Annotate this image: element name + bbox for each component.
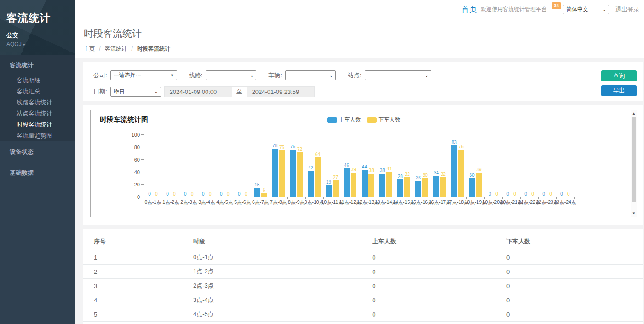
alighting-bar-13[interactable] bbox=[386, 172, 392, 197]
table-cell: 6 bbox=[83, 322, 190, 324]
bar-value-label: 38 bbox=[369, 168, 374, 173]
alighting-bar-10[interactable] bbox=[333, 180, 339, 197]
filter-row-1: 公司: ---请选择--- ▼ 线路: ⌄ 车辆: ⌄ 站点: bbox=[93, 70, 597, 80]
chart-legend: 上车人数下车人数 bbox=[327, 116, 401, 124]
bar-column: 0 bbox=[540, 191, 546, 197]
breadcrumb-section[interactable]: 客流统计 bbox=[105, 46, 127, 52]
boarding-bar-17[interactable] bbox=[451, 145, 457, 197]
table-cell: 0 bbox=[368, 250, 503, 265]
chart-title: 时段车流统计图 bbox=[100, 116, 148, 124]
bar-column: 32 bbox=[440, 172, 446, 197]
date-end-input[interactable]: 2024-01-09 23:59 bbox=[247, 86, 315, 97]
sidebar-subitem-1[interactable]: 客流汇总 bbox=[0, 86, 75, 97]
line-label: 线路: bbox=[189, 71, 203, 80]
y-axis-tick bbox=[141, 197, 144, 197]
y-axis-label: 100 bbox=[122, 132, 140, 138]
sidebar-subitem-3[interactable]: 站点客流统计 bbox=[0, 108, 75, 119]
alighting-bar-12[interactable] bbox=[368, 174, 374, 197]
bar-value-label: 0 bbox=[531, 191, 534, 197]
bar-value-label: 76 bbox=[290, 144, 295, 149]
y-axis-tick bbox=[141, 184, 144, 185]
sidebar-subitem-5[interactable]: 客流量趋势图 bbox=[0, 130, 75, 141]
bar-value-label: 0 bbox=[238, 191, 241, 197]
sidebar-subitem-4[interactable]: 时段客流统计 bbox=[0, 119, 75, 130]
alighting-bar-11[interactable] bbox=[351, 173, 356, 197]
boarding-bar-8[interactable] bbox=[290, 150, 296, 197]
boarding-bar-13[interactable] bbox=[380, 174, 385, 197]
boarding-bar-18[interactable] bbox=[469, 178, 475, 197]
legend-item-0[interactable]: 上车人数 bbox=[327, 116, 361, 124]
date-preset-select[interactable]: 昨日 ⌄ bbox=[110, 87, 161, 97]
language-select[interactable]: 简体中文 ⌄ bbox=[563, 5, 609, 14]
sidebar-item-passenger-stats[interactable]: 客流统计 bbox=[0, 55, 75, 75]
alighting-bar-17[interactable] bbox=[458, 150, 464, 197]
legend-item-1[interactable]: 下车人数 bbox=[367, 116, 401, 124]
boarding-bar-9[interactable] bbox=[308, 171, 314, 197]
bar-column: 0 bbox=[225, 191, 231, 197]
boarding-bar-16[interactable] bbox=[433, 176, 439, 197]
breadcrumb-separator: / bbox=[131, 46, 132, 52]
bar-value-label: 39 bbox=[351, 167, 356, 172]
chart-scrollbar[interactable]: ▲ ▼ bbox=[631, 110, 637, 217]
bar-value-label: 0 bbox=[227, 191, 230, 197]
table-body: 10点-1点0021点-2点0032点-3点0043点-4点0054点-5点00… bbox=[83, 250, 643, 324]
alighting-bar-15[interactable] bbox=[422, 178, 428, 197]
nav-section-passenger-stats: 客流统计 客流明细客流汇总线路客流统计站点客流统计时段客流统计客流量趋势图 bbox=[0, 55, 75, 141]
bar-column: 75 bbox=[279, 145, 285, 197]
scroll-down-icon[interactable]: ▼ bbox=[631, 211, 637, 215]
boarding-bar-10[interactable] bbox=[326, 185, 332, 197]
alighting-bar-14[interactable] bbox=[404, 177, 410, 197]
station-select[interactable]: ⌄ bbox=[365, 70, 431, 80]
boarding-bar-14[interactable] bbox=[397, 179, 403, 197]
x-axis-label: 23点-24点 bbox=[554, 199, 576, 206]
bar-column: 0 bbox=[200, 191, 206, 197]
alighting-bar-6[interactable] bbox=[261, 193, 267, 197]
table-cell: 5 bbox=[83, 307, 190, 322]
sidebar-subitem-2[interactable]: 线路客流统计 bbox=[0, 97, 75, 108]
query-button[interactable]: 查询 bbox=[601, 70, 637, 81]
bar-value-label: 41 bbox=[387, 166, 392, 171]
bar-value-label: 42 bbox=[308, 165, 313, 170]
x-axis-label: 4点-5点 bbox=[216, 199, 233, 206]
company-select[interactable]: ---请选择--- ▼ bbox=[110, 70, 177, 80]
sidebar-item-device-status[interactable]: 设备状态 bbox=[0, 141, 75, 162]
bar-group-10: 192710点-11点 bbox=[323, 135, 341, 197]
vehicle-select[interactable]: ⌄ bbox=[285, 70, 336, 80]
date-start-input[interactable]: 2024-01-09 00:00 bbox=[164, 86, 232, 97]
scroll-up-icon[interactable]: ▲ bbox=[631, 111, 637, 116]
boarding-bar-11[interactable] bbox=[344, 168, 350, 197]
sidebar-subitem-0[interactable]: 客流明细 bbox=[0, 75, 75, 86]
home-link[interactable]: 首页 bbox=[461, 4, 477, 15]
boarding-bar-15[interactable] bbox=[415, 181, 421, 197]
table-header-cell-2: 上车人数 bbox=[368, 233, 503, 250]
bar-value-label: 83 bbox=[452, 140, 457, 145]
line-select[interactable]: ⌄ bbox=[206, 70, 256, 80]
scrollbar-thumb[interactable] bbox=[632, 117, 636, 202]
alighting-bar-8[interactable] bbox=[297, 152, 303, 197]
alighting-bar-16[interactable] bbox=[440, 177, 446, 197]
bar-value-label: 0 bbox=[506, 191, 509, 197]
boarding-bar-7[interactable] bbox=[272, 149, 278, 197]
page-heading: 时段客流统计 主页 / 客流统计 / 时段客流统计 bbox=[75, 19, 644, 58]
alighting-bar-7[interactable] bbox=[279, 150, 285, 197]
bar-value-label: 0 bbox=[202, 191, 205, 197]
bar-value-label: 76 bbox=[459, 144, 464, 149]
y-axis-tick bbox=[141, 172, 144, 172]
content-area: 公司: ---请选择--- ▼ 线路: ⌄ 车辆: ⌄ 站点: bbox=[75, 58, 644, 324]
date-label: 日期: bbox=[93, 87, 107, 96]
bar-column: 0 bbox=[236, 191, 242, 197]
sidebar-item-base-data[interactable]: 基础数据 bbox=[0, 162, 75, 184]
bar-column: 41 bbox=[386, 166, 392, 197]
export-button[interactable]: 导出 bbox=[601, 85, 637, 96]
bar-value-label: 0 bbox=[495, 191, 498, 197]
table-header-cell-0: 序号 bbox=[83, 233, 190, 250]
bar-column: 0 bbox=[558, 191, 564, 197]
bar-column: 0 bbox=[182, 191, 188, 197]
alighting-bar-9[interactable] bbox=[315, 157, 321, 197]
alighting-bar-18[interactable] bbox=[476, 173, 482, 197]
boarding-bar-12[interactable] bbox=[362, 170, 368, 197]
breadcrumb-home[interactable]: 主页 bbox=[84, 46, 95, 52]
boarding-bar-6[interactable] bbox=[254, 188, 260, 197]
logout-link[interactable]: 退出登录 bbox=[615, 6, 639, 14]
user-dropdown[interactable]: AQGJ▾ bbox=[6, 41, 69, 47]
